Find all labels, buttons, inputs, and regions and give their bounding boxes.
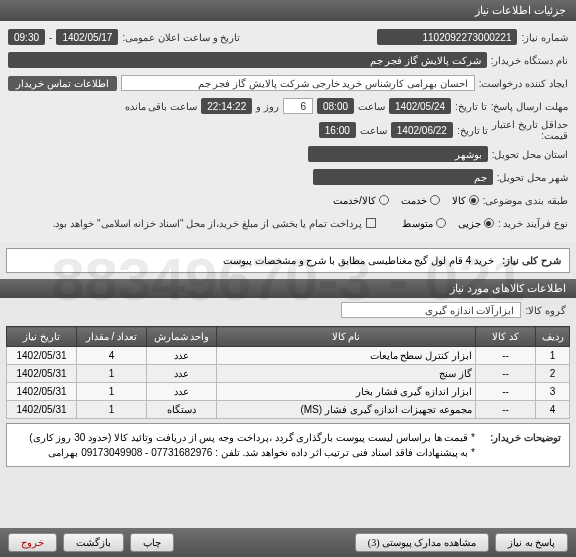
need-summary-label: شرح کلی نیاز: xyxy=(502,255,561,266)
validity-label: حداقل تاریخ اعتبار xyxy=(492,119,568,130)
cell-unit: عدد xyxy=(147,383,217,401)
announce-time: 09:30 xyxy=(8,29,45,45)
group-value: ابزارآلات اندازه گیری xyxy=(341,302,521,318)
partial-pay-label: پرداخت تمام یا بخشی از مبلغ خرید،از محل … xyxy=(53,218,362,229)
col-row: ردیف xyxy=(536,327,570,347)
radio-dot-icon xyxy=(430,195,440,205)
cell-name: گاز سنج xyxy=(217,365,476,383)
cell-code: -- xyxy=(476,383,536,401)
cell-name: ابزار کنترل سطح مایعات xyxy=(217,347,476,365)
contact-buyer-button[interactable]: اطلاعات تماس خریدار xyxy=(8,76,117,91)
col-date: تاریخ نیاز xyxy=(7,327,77,347)
buyer-org-value: شرکت پالایش گاز فجر جم xyxy=(8,52,487,68)
validity-label2: قیمت: xyxy=(492,130,568,141)
time-remaining: 22:14:22 xyxy=(201,98,252,114)
radio-service[interactable]: خدمت xyxy=(401,195,440,206)
cell-qty: 1 xyxy=(77,401,147,419)
cell-unit: عدد xyxy=(147,365,217,383)
cell-unit: دستگاه xyxy=(147,401,217,419)
radio-dot-icon xyxy=(469,195,479,205)
province-value: بوشهر xyxy=(308,146,488,162)
cell-qty: 1 xyxy=(77,365,147,383)
col-unit: واحد شمارش xyxy=(147,327,217,347)
col-code: کد کالا xyxy=(476,327,536,347)
deadline-date: 1402/05/24 xyxy=(389,98,451,114)
radio-both[interactable]: کالا/خدمت xyxy=(333,195,389,206)
radio-goods[interactable]: کالا xyxy=(452,195,479,206)
province-label: استان محل تحویل: xyxy=(492,149,568,160)
creator-label: ایجاد کننده درخواست: xyxy=(479,78,568,89)
cell-code: -- xyxy=(476,365,536,383)
cell-date: 1402/05/31 xyxy=(7,383,77,401)
form-area: شماره نیاز: 1102092273000221 تاریخ و ساع… xyxy=(0,21,576,242)
table-row[interactable]: 4--مجموعه تجهیزات اندازه گیری فشار (MS)د… xyxy=(7,401,570,419)
buyer-org-label: نام دستگاه خریدار: xyxy=(491,55,568,66)
cell-code: -- xyxy=(476,401,536,419)
exit-button[interactable]: خروج xyxy=(8,533,57,552)
cell-name: مجموعه تجهیزات اندازه گیری فشار (MS) xyxy=(217,401,476,419)
buyer-notes-text: * قیمت ها براساس لیست پیوست بارگذاری گرد… xyxy=(29,430,475,460)
partial-pay-checkbox[interactable] xyxy=(366,218,376,228)
cell-date: 1402/05/31 xyxy=(7,347,77,365)
cell-date: 1402/05/31 xyxy=(7,401,77,419)
cell-unit: عدد xyxy=(147,347,217,365)
deadline-time: 08:00 xyxy=(317,98,354,114)
days-remaining: 6 xyxy=(283,98,313,114)
radio-dot-icon xyxy=(484,218,494,228)
footer-bar: پاسخ به نیاز مشاهده مدارک پیوستی (3) چاپ… xyxy=(0,528,576,557)
process-label: نوع فرآیند خرید : xyxy=(498,218,568,229)
print-button[interactable]: چاپ xyxy=(130,533,174,552)
city-value: جم xyxy=(313,169,493,185)
cell-row: 4 xyxy=(536,401,570,419)
back-button[interactable]: بازگشت xyxy=(63,533,124,552)
remaining-label: ساعت باقی مانده xyxy=(125,101,198,112)
req-no-label: شماره نیاز: xyxy=(521,32,568,43)
time-label-1: ساعت xyxy=(358,101,385,112)
items-table: ردیف کد کالا نام کالا واحد شمارش تعداد /… xyxy=(6,326,570,419)
items-table-wrap: ردیف کد کالا نام کالا واحد شمارش تعداد /… xyxy=(6,326,570,419)
radio-mid[interactable]: متوسط xyxy=(402,218,446,229)
validity-until-label: تا تاریخ: xyxy=(457,125,489,136)
days-label: روز و xyxy=(256,101,279,112)
city-label: شهر محل تحویل: xyxy=(497,172,568,183)
deadline-until-label: تا تاریخ: xyxy=(455,101,487,112)
cell-code: -- xyxy=(476,347,536,365)
items-section-header: اطلاعات کالاهای مورد نیاز xyxy=(0,279,576,298)
req-no-value: 1102092273000221 xyxy=(377,29,517,45)
radio-dot-icon xyxy=(379,195,389,205)
cell-row: 1 xyxy=(536,347,570,365)
need-summary-text: خرید 4 قام لول گیج مغناطیسی مطابق با شرح… xyxy=(223,255,494,266)
window-title: جزئیات اطلاعات نیاز xyxy=(475,4,566,16)
creator-value: احسان بهرامی کارشناس خرید خارجی شرکت پال… xyxy=(121,75,475,91)
cell-qty: 4 xyxy=(77,347,147,365)
time-label-2: ساعت xyxy=(360,125,387,136)
window-title-bar: جزئیات اطلاعات نیاز xyxy=(0,0,576,21)
cell-name: ابزار اندازه گیری فشار بخار xyxy=(217,383,476,401)
radio-low[interactable]: جزیی xyxy=(458,218,494,229)
announce-date: 1402/05/17 xyxy=(56,29,118,45)
category-radio-group: کالا خدمت کالا/خدمت xyxy=(333,195,479,206)
category-label: طبقه بندی موضوعی: xyxy=(483,195,568,206)
cell-row: 3 xyxy=(536,383,570,401)
col-name: نام کالا xyxy=(217,327,476,347)
col-qty: تعداد / مقدار xyxy=(77,327,147,347)
attachments-button[interactable]: مشاهده مدارک پیوستی (3) xyxy=(355,533,489,552)
validity-date: 1402/06/22 xyxy=(391,122,453,138)
table-row[interactable]: 3--ابزار اندازه گیری فشار بخارعدد11402/0… xyxy=(7,383,570,401)
process-radio-group: جزیی متوسط xyxy=(402,218,494,229)
cell-row: 2 xyxy=(536,365,570,383)
table-row[interactable]: 2--گاز سنجعدد11402/05/31 xyxy=(7,365,570,383)
deadline-label: مهلت ارسال پاسخ: xyxy=(491,101,568,112)
respond-button[interactable]: پاسخ به نیاز xyxy=(495,533,568,552)
group-label: گروه کالا: xyxy=(525,305,566,316)
cell-date: 1402/05/31 xyxy=(7,365,77,383)
table-row[interactable]: 1--ابزار کنترل سطح مایعاتعدد41402/05/31 xyxy=(7,347,570,365)
cell-qty: 1 xyxy=(77,383,147,401)
buyer-notes-label: توضیحات خریدار: xyxy=(481,430,561,460)
announce-label: تاریخ و ساعت اعلان عمومی: xyxy=(122,32,240,43)
validity-time: 16:00 xyxy=(319,122,356,138)
radio-dot-icon xyxy=(436,218,446,228)
announce-sep: - xyxy=(49,32,52,43)
need-summary-box: شرح کلی نیاز: خرید 4 قام لول گیج مغناطیس… xyxy=(6,248,570,273)
buyer-notes-box: توضیحات خریدار: * قیمت ها براساس لیست پی… xyxy=(6,423,570,467)
